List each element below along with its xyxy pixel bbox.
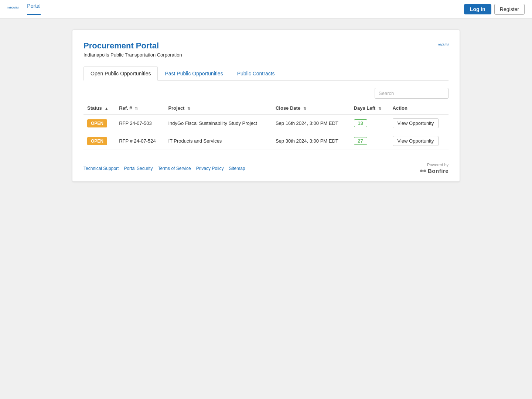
- status-badge-1: OPEN: [87, 137, 107, 145]
- col-header-ref: Ref. # ⇅: [115, 102, 164, 114]
- table-header: Status ▲ Ref. # ⇅ Project ⇅ Close Date ⇅…: [83, 102, 449, 114]
- col-header-close-date: Close Date ⇅: [272, 102, 350, 114]
- bonfire-icon: [420, 170, 426, 172]
- sort-icon-status[interactable]: ▲: [105, 106, 108, 110]
- nav-right: Log In Register: [464, 4, 525, 15]
- sort-icon-days-left[interactable]: ⇅: [378, 106, 381, 110]
- days-badge-1: 27: [354, 137, 367, 145]
- cell-days-left-1: 27: [350, 132, 389, 150]
- nav-left: IndyGoTM Portal: [7, 3, 41, 15]
- cell-project-0: IndyGo Fiscal Sustainability Study Proje…: [164, 114, 272, 132]
- powered-by-label: Powered by: [427, 163, 449, 167]
- portal-logo-tm: TM: [445, 43, 449, 46]
- cell-days-left-0: 13: [350, 114, 389, 132]
- powered-by: Powered by Bonfire: [420, 163, 449, 174]
- table-header-row: Status ▲ Ref. # ⇅ Project ⇅ Close Date ⇅…: [83, 102, 449, 114]
- footer-link-terms-of-service[interactable]: Terms of Service: [158, 166, 191, 171]
- login-button[interactable]: Log In: [464, 4, 491, 14]
- portal-subtitle: Indianapolis Public Transportation Corpo…: [83, 52, 182, 58]
- sort-icon-ref[interactable]: ⇅: [135, 106, 138, 110]
- cell-close-date-0: Sep 16th 2024, 3:00 PM EDT: [272, 114, 350, 132]
- tabs-container: Open Public Opportunities Past Public Op…: [83, 66, 449, 81]
- col-status-label: Status: [87, 105, 102, 111]
- portal-logo: IndyGoTM: [438, 41, 449, 51]
- cell-project-1: IT Products and Services: [164, 132, 272, 150]
- footer-links: Technical Support Portal Security Terms …: [83, 166, 245, 171]
- main-content: Procurement Portal Indianapolis Public T…: [72, 30, 460, 182]
- portal-header-left: Procurement Portal Indianapolis Public T…: [83, 41, 182, 58]
- col-action-label: Action: [393, 105, 407, 111]
- table-row: OPEN RFP 24-07-503 IndyGo Fiscal Sustain…: [83, 114, 449, 132]
- col-close-date-label: Close Date: [276, 105, 300, 111]
- sort-icon-close-date[interactable]: ⇅: [303, 106, 306, 110]
- logo-tm: TM: [15, 6, 18, 9]
- table-row: OPEN RFP # 24-07-524 IT Products and Ser…: [83, 132, 449, 150]
- col-ref-label: Ref. #: [119, 105, 132, 111]
- footer-link-technical-support[interactable]: Technical Support: [83, 166, 119, 171]
- view-opportunity-button-1[interactable]: View Opportunity: [393, 136, 439, 146]
- cell-action-1: View Opportunity: [389, 132, 449, 150]
- col-project-label: Project: [168, 105, 184, 111]
- status-badge-0: OPEN: [87, 119, 107, 127]
- cell-ref-0: RFP 24-07-503: [115, 114, 164, 132]
- site-logo: IndyGoTM: [7, 3, 18, 15]
- days-badge-0: 13: [354, 119, 367, 127]
- logo-text: IndyGo: [7, 6, 15, 9]
- cell-ref-1: RFP # 24-07-524: [115, 132, 164, 150]
- cell-action-0: View Opportunity: [389, 114, 449, 132]
- portal-header: Procurement Portal Indianapolis Public T…: [83, 41, 449, 58]
- search-bar-row: [83, 88, 449, 99]
- col-days-left-label: Days Left: [354, 105, 376, 111]
- portal-logo-text: IndyGo: [438, 43, 445, 46]
- sort-icon-project[interactable]: ⇅: [187, 106, 190, 110]
- tab-open-opportunities[interactable]: Open Public Opportunities: [83, 66, 158, 81]
- register-button[interactable]: Register: [494, 4, 525, 15]
- bonfire-logo: Bonfire: [420, 168, 449, 174]
- top-navigation: IndyGoTM Portal Log In Register: [0, 0, 532, 18]
- bonfire-dot-left: [420, 170, 423, 172]
- col-header-status: Status ▲: [83, 102, 115, 114]
- col-header-days-left: Days Left ⇅: [350, 102, 389, 114]
- footer-link-privacy-policy[interactable]: Privacy Policy: [196, 166, 224, 171]
- footer-link-sitemap[interactable]: Sitemap: [229, 166, 245, 171]
- portal-footer: Technical Support Portal Security Terms …: [83, 157, 449, 174]
- tab-public-contracts[interactable]: Public Contracts: [230, 66, 282, 81]
- portal-nav-link[interactable]: Portal: [27, 3, 41, 15]
- tab-past-opportunities[interactable]: Past Public Opportunities: [158, 66, 230, 81]
- search-input[interactable]: [375, 88, 449, 99]
- col-header-action: Action: [389, 102, 449, 114]
- bonfire-dot-right: [423, 170, 426, 172]
- cell-close-date-1: Sep 30th 2024, 3:00 PM EDT: [272, 132, 350, 150]
- view-opportunity-button-0[interactable]: View Opportunity: [393, 118, 439, 128]
- bonfire-brand-name: Bonfire: [428, 168, 449, 174]
- footer-link-portal-security[interactable]: Portal Security: [124, 166, 153, 171]
- opportunities-table: Status ▲ Ref. # ⇅ Project ⇅ Close Date ⇅…: [83, 102, 449, 150]
- col-header-project: Project ⇅: [164, 102, 272, 114]
- table-body: OPEN RFP 24-07-503 IndyGo Fiscal Sustain…: [83, 114, 449, 150]
- cell-status-1: OPEN: [83, 132, 115, 150]
- cell-status-0: OPEN: [83, 114, 115, 132]
- portal-title: Procurement Portal: [83, 41, 182, 51]
